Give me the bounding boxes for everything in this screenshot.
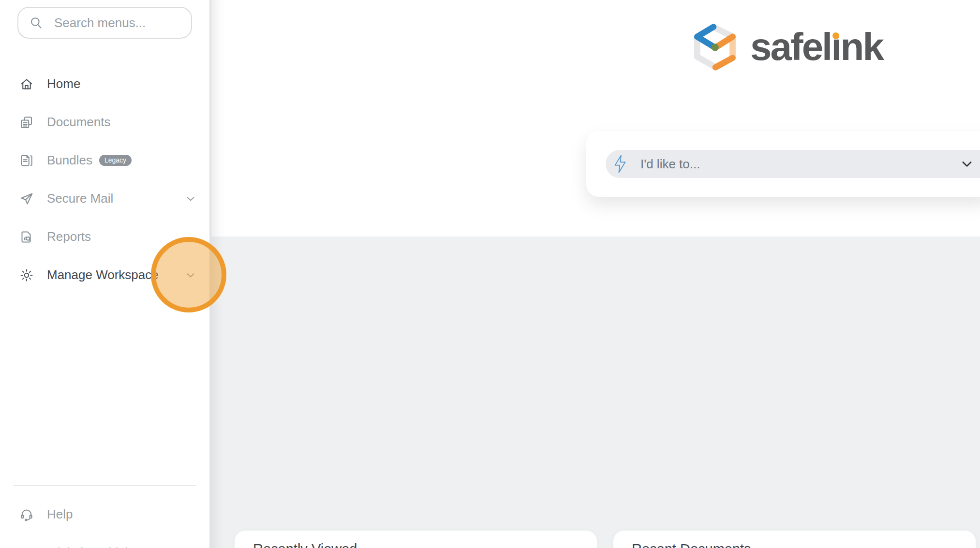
sidebar-item-label: Help [47,507,73,522]
sidebar-item-reports[interactable]: Reports [0,218,209,256]
sidebar-item-secure-mail[interactable]: Secure Mail [0,179,209,218]
search-menus-input[interactable] [53,15,191,31]
sidebar-search[interactable] [17,7,192,39]
safelink-logo-mark [687,15,744,81]
chevron-down-icon[interactable] [184,269,197,281]
help-icon [19,507,34,522]
search-icon [29,15,44,30]
sidebar-item-label: Manage Workspace [47,267,159,282]
sidebar-item-manage-workspace[interactable]: Manage Workspace [0,256,209,294]
sidebar-item-label: Secure Mail [47,191,113,206]
recently-viewed-panel: Recently Viewed Documents Documents [235,531,597,548]
sidebar-item-minimise[interactable]: Minimise Sidebar [0,533,209,548]
safelink-wordmark: safelınk [750,28,883,66]
quick-action-select[interactable]: I'd like to... [606,150,980,178]
panel-title: Recently Viewed [235,531,597,548]
sidebar-footer-divider [13,485,196,486]
recent-documents-panel: Recent Documents 1.5. Document 005 1.4. … [613,531,976,548]
quick-action-card: I'd like to... [586,131,980,197]
legacy-badge: Legacy [99,155,132,166]
sidebar-item-label: Home [47,76,80,91]
sidebar-item-label: Reports [47,229,91,244]
sidebar-item-documents[interactable]: Documents [0,103,209,141]
sidebar-item-home[interactable]: Home [0,65,209,103]
app-root: Home Documents [0,0,980,548]
bundles-icon [19,153,34,168]
sidebar-item-bundles[interactable]: Bundles Legacy [0,141,209,179]
quick-action-placeholder: I'd like to... [640,157,960,172]
chevron-down-icon[interactable] [184,193,197,205]
safelink-logo: safelınk [687,15,883,81]
home-icon [19,77,34,91]
sidebar: Home Documents [0,0,209,548]
dashboard-background: Recently Viewed Documents Documents Rece… [211,237,980,548]
lightning-icon [612,154,628,174]
minimise-icon [19,546,34,548]
sidebar-gutter [209,0,211,548]
sidebar-item-help[interactable]: Help [0,495,209,533]
reports-icon [19,230,34,244]
sidebar-nav: Home Documents [0,65,209,294]
sidebar-item-label: Documents [47,115,111,130]
logo-i-dot [832,32,839,39]
documents-icon [19,115,34,130]
sidebar-item-label: Minimise Sidebar [47,545,143,548]
panel-title: Recent Documents [613,531,976,548]
chevron-down-icon[interactable] [960,157,974,171]
gear-icon [19,268,34,282]
secure-mail-icon [19,192,34,206]
sidebar-item-label: Bundles [47,153,92,168]
main-content: safelınk I'd like to... Recently Viewed [211,0,980,548]
